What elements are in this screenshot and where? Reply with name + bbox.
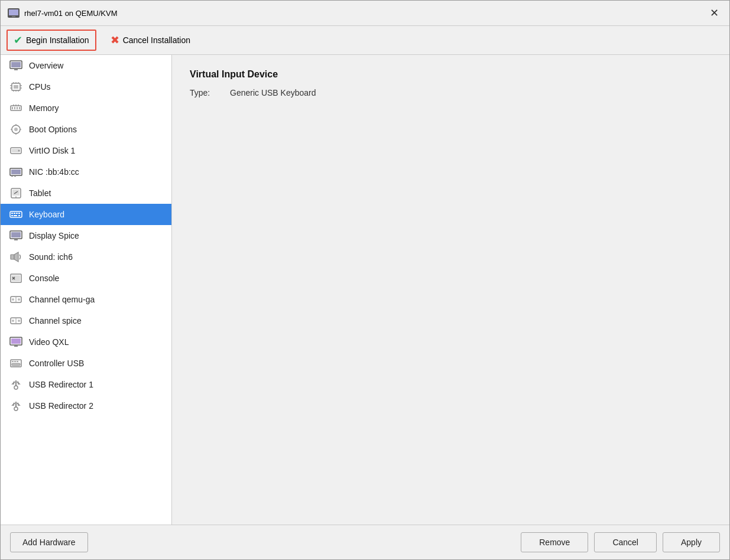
channel-qemu-icon — [9, 294, 23, 305]
footer: Add Hardware Remove Cancel Apply — [1, 525, 729, 559]
panel-title: Virtual Input Device — [190, 69, 712, 80]
display-spice-icon — [9, 230, 23, 242]
svg-rect-75 — [12, 363, 20, 366]
sidebar-label-boot-options: Boot Options — [29, 125, 77, 134]
sidebar-item-display-spice[interactable]: Display Spice — [1, 225, 171, 246]
sidebar-label-nic: NIC :bb:4b:cc — [29, 167, 79, 177]
svg-rect-74 — [17, 361, 18, 362]
svg-point-80 — [14, 403, 15, 405]
controller-usb-icon — [9, 357, 23, 369]
sidebar-label-virtio-disk: VirtIO Disk 1 — [29, 146, 75, 155]
sidebar-item-console[interactable]: Console — [1, 268, 171, 289]
usb-redirector-2-icon — [9, 400, 23, 412]
remove-button[interactable]: Remove — [521, 532, 588, 552]
sidebar-item-video-qxl[interactable]: Video QXL — [1, 331, 171, 353]
sidebar-item-cpus[interactable]: CPUs — [1, 76, 171, 97]
svg-rect-50 — [18, 215, 20, 216]
content-area: Overview CPUs Memory Boot Options — [1, 55, 729, 525]
svg-rect-25 — [18, 105, 19, 106]
svg-rect-43 — [10, 211, 22, 217]
svg-rect-1 — [9, 9, 18, 15]
video-qxl-icon — [9, 336, 23, 348]
begin-installation-button[interactable]: ✔ Begin Installation — [7, 30, 96, 51]
cpus-icon — [9, 81, 23, 93]
sidebar-label-overview: Overview — [29, 61, 63, 70]
window-icon — [8, 8, 20, 18]
sidebar-item-nic[interactable]: NIC :bb:4b:cc — [1, 161, 171, 183]
window-title: rhel7-vm01 on QEMU/KVM — [24, 9, 118, 18]
channel-spice-icon — [9, 315, 23, 327]
sidebar-item-keyboard[interactable]: Keyboard — [1, 204, 171, 225]
sidebar-item-tablet[interactable]: Tablet — [1, 183, 171, 204]
console-icon — [9, 272, 23, 284]
sidebar-item-channel-qemu[interactable]: Channel qemu-ga — [1, 289, 171, 310]
sidebar-label-controller-usb: Controller USB — [29, 359, 84, 368]
svg-point-27 — [14, 128, 18, 131]
sidebar-item-usb-redirector-2[interactable]: USB Redirector 2 — [1, 395, 171, 416]
svg-rect-46 — [16, 213, 18, 214]
virtio-disk-icon — [9, 145, 23, 157]
cancel-button[interactable]: Cancel — [594, 532, 657, 552]
sidebar-label-channel-spice: Channel spice — [29, 316, 82, 325]
overview-icon — [9, 60, 23, 71]
boot-options-icon — [9, 123, 23, 135]
sidebar-item-controller-usb[interactable]: Controller USB — [1, 353, 171, 374]
svg-rect-69 — [11, 338, 21, 344]
sidebar-label-video-qxl: Video QXL — [29, 337, 69, 347]
type-value: Generic USB Keyboard — [230, 88, 316, 97]
svg-point-34 — [18, 150, 20, 152]
svg-rect-23 — [13, 105, 14, 106]
sidebar-label-usb-redirector-2: USB Redirector 2 — [29, 401, 93, 411]
svg-point-63 — [18, 298, 20, 301]
svg-rect-22 — [19, 107, 20, 109]
footer-left: Add Hardware — [10, 532, 88, 552]
memory-icon — [9, 102, 23, 114]
check-icon: ✔ — [14, 34, 22, 47]
sidebar-item-channel-spice[interactable]: Channel spice — [1, 310, 171, 331]
nic-icon — [9, 166, 23, 178]
svg-rect-36 — [11, 170, 21, 174]
svg-rect-44 — [11, 213, 13, 214]
sidebar-label-keyboard: Keyboard — [29, 210, 64, 219]
sidebar-label-console: Console — [29, 274, 59, 283]
sidebar-label-display-spice: Display Spice — [29, 231, 79, 240]
keyboard-icon — [9, 209, 23, 220]
main-panel: Virtual Input Device Type: Generic USB K… — [172, 55, 729, 525]
sidebar-item-sound[interactable]: Sound: ich6 — [1, 246, 171, 268]
svg-rect-2 — [12, 16, 15, 17]
svg-rect-5 — [14, 69, 18, 70]
apply-button[interactable]: Apply — [663, 532, 720, 552]
svg-point-66 — [12, 320, 14, 322]
sidebar-item-boot-options[interactable]: Boot Options — [1, 119, 171, 140]
svg-rect-20 — [14, 107, 15, 109]
sidebar-item-virtio-disk[interactable]: VirtIO Disk 1 — [1, 140, 171, 161]
svg-rect-48 — [11, 215, 13, 216]
svg-rect-54 — [11, 255, 14, 259]
svg-rect-72 — [12, 361, 14, 362]
sidebar-label-usb-redirector-1: USB Redirector 1 — [29, 380, 93, 389]
type-label: Type: — [190, 88, 225, 97]
svg-rect-52 — [11, 232, 21, 237]
tablet-icon — [9, 187, 23, 199]
sidebar-label-sound: Sound: ich6 — [29, 252, 73, 262]
cancel-installation-label: Cancel Installation — [123, 35, 190, 45]
svg-point-77 — [14, 382, 15, 383]
toolbar: ✔ Begin Installation ✖ Cancel Installati… — [1, 26, 729, 55]
svg-rect-24 — [15, 105, 17, 106]
usb-redirector-1-icon — [9, 379, 23, 390]
main-window: rhel7-vm01 on QEMU/KVM ✕ ✔ Begin Install… — [0, 0, 730, 560]
type-row: Type: Generic USB Keyboard — [190, 88, 712, 97]
add-hardware-button[interactable]: Add Hardware — [10, 532, 88, 552]
sidebar-item-memory[interactable]: Memory — [1, 97, 171, 119]
svg-point-62 — [12, 298, 14, 301]
svg-point-81 — [17, 403, 19, 405]
footer-right: Remove Cancel Apply — [521, 532, 720, 552]
cancel-x-icon: ✖ — [111, 34, 119, 47]
sound-icon — [9, 251, 23, 263]
cancel-installation-button[interactable]: ✖ Cancel Installation — [103, 30, 197, 51]
svg-rect-19 — [12, 107, 13, 109]
sidebar-item-overview[interactable]: Overview — [1, 55, 171, 76]
sidebar-item-usb-redirector-1[interactable]: USB Redirector 1 — [1, 374, 171, 395]
svg-rect-21 — [17, 107, 18, 109]
close-button[interactable]: ✕ — [706, 5, 722, 21]
